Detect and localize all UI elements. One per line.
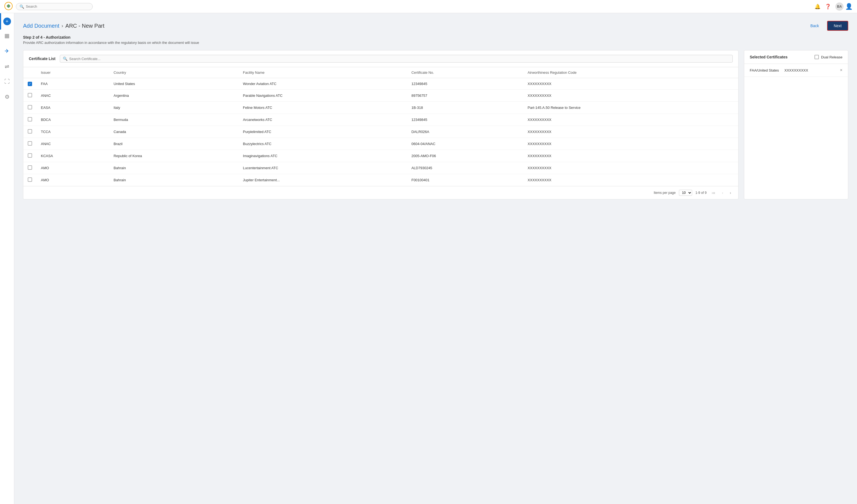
remove-selected-button[interactable]: × xyxy=(840,68,842,73)
dual-release-area: Dual Release xyxy=(814,55,842,59)
row-checkbox-cell xyxy=(23,102,36,114)
row-cert-no: 12349845 xyxy=(407,114,523,126)
row-checkbox-cell xyxy=(23,89,36,102)
row-country: Bermuda xyxy=(109,114,239,126)
sidebar-icon-dashboard[interactable]: ▦ xyxy=(3,31,11,40)
back-button[interactable]: Back xyxy=(805,21,824,31)
row-facility: Wonder Aviation ATC xyxy=(239,78,407,90)
dual-release-checkbox[interactable] xyxy=(814,55,819,59)
row-arc: XXXXXXXXXX xyxy=(523,114,738,126)
row-checkbox-cell xyxy=(23,138,36,150)
row-cert-no: 89756757 xyxy=(407,89,523,102)
certificate-search-icon: 🔍 xyxy=(63,56,67,61)
step-title: Step 2 of 4 - Authorization xyxy=(23,35,848,39)
row-issuer: ANAC xyxy=(36,138,109,150)
row-checkbox[interactable] xyxy=(28,141,32,145)
table-row: EASA Italy Feline Motors ATC 1B-318 Part… xyxy=(23,102,738,114)
account-icon[interactable]: 👤 xyxy=(845,3,853,10)
row-arc: Part-145.A.50 Release to Service xyxy=(523,102,738,114)
row-checkbox[interactable] xyxy=(28,153,32,158)
breadcrumb-separator: › xyxy=(62,23,63,29)
dual-release-label: Dual Release xyxy=(821,55,842,59)
next-button[interactable]: Next xyxy=(827,21,848,31)
row-issuer: ANAC xyxy=(36,89,109,102)
certificate-search-input[interactable] xyxy=(69,57,730,61)
sidebar-add-button[interactable]: + xyxy=(3,18,11,25)
row-country: Republic of Korea xyxy=(109,150,239,162)
row-issuer: TCCA xyxy=(36,126,109,138)
selected-certificates-title: Selected Certificates xyxy=(750,55,788,59)
pagination-next-button[interactable]: › xyxy=(728,190,733,195)
row-issuer: BDCA xyxy=(36,114,109,126)
table-row: ANAC Brazil Buzzylectrics ATC 0604-04/AN… xyxy=(23,138,738,150)
row-checkbox[interactable] xyxy=(28,129,32,134)
sidebar-icon-folder[interactable]: ⛶ xyxy=(3,77,12,86)
selected-certificates-panel: Selected Certificates Dual Release FAA/U… xyxy=(744,50,848,199)
main-content: Add Document › ARC - New Part Back Next … xyxy=(14,13,857,504)
search-icon: 🔍 xyxy=(19,4,24,9)
selected-item: FAA/United States XXXXXXXXXX × xyxy=(744,64,848,77)
row-arc: XXXXXXXXXX xyxy=(523,174,738,186)
row-country: Bahrain xyxy=(109,162,239,174)
selected-item-cert: XXXXXXXXXX xyxy=(784,68,840,72)
row-cert-no: ALD7930245 xyxy=(407,162,523,174)
col-cert-no: Certificate No. xyxy=(407,67,523,78)
pagination-range: 1-9 of 9 xyxy=(695,191,707,195)
row-checkbox[interactable] xyxy=(28,166,32,170)
breadcrumb: Add Document › ARC - New Part xyxy=(23,23,104,29)
selected-certificates-header: Selected Certificates Dual Release xyxy=(744,50,848,64)
sidebar-icon-flights[interactable]: ✈ xyxy=(3,46,11,56)
search-input[interactable] xyxy=(26,4,89,8)
table-row: BDCA Bermuda Arcanetworks ATC 12349845 X… xyxy=(23,114,738,126)
sidebar-icon-settings[interactable]: ⚙ xyxy=(3,92,11,102)
row-country: Argentina xyxy=(109,89,239,102)
table-row: KCASA Republic of Korea Imaginavigations… xyxy=(23,150,738,162)
help-button[interactable]: ❓ xyxy=(825,3,831,10)
pagination: Items per page 10 25 50 1-9 of 9 ⏮ ‹ › xyxy=(23,186,738,199)
search-bar[interactable]: 🔍 xyxy=(16,3,93,10)
items-per-page-select[interactable]: 10 25 50 xyxy=(679,190,692,196)
row-checkbox[interactable] xyxy=(28,93,32,97)
row-arc: XXXXXXXXXX xyxy=(523,126,738,138)
certificate-table: Issuer Country Facility Name Certificate… xyxy=(23,67,738,186)
certificate-search[interactable]: 🔍 xyxy=(60,55,733,63)
row-arc: XXXXXXXXXX xyxy=(523,162,738,174)
row-cert-no: 1B-318 xyxy=(407,102,523,114)
row-issuer: KCASA xyxy=(36,150,109,162)
topbar: 🔍 🔔 ❓ BA 👤 xyxy=(0,0,857,13)
row-checkbox[interactable]: ✓ xyxy=(28,82,32,86)
row-facility: Arcanetworks ATC xyxy=(239,114,407,126)
row-cert-no: DALR026A xyxy=(407,126,523,138)
sidebar: + ▦ ✈ ⇌ ⛶ ⚙ xyxy=(0,13,14,504)
row-checkbox-cell xyxy=(23,162,36,174)
pagination-first-button[interactable]: ⏮ xyxy=(710,190,717,195)
row-arc: XXXXXXXXXX xyxy=(523,78,738,90)
user-initials: BA xyxy=(835,2,843,11)
user-avatar-area: BA 👤 xyxy=(835,2,853,11)
table-header-row: Issuer Country Facility Name Certificate… xyxy=(23,67,738,78)
row-checkbox-cell xyxy=(23,126,36,138)
row-arc: XXXXXXXXXX xyxy=(523,138,738,150)
row-checkbox-cell xyxy=(23,150,36,162)
certificate-list-panel: Certificate List 🔍 Issuer Country Facili… xyxy=(23,50,739,199)
col-checkbox xyxy=(23,67,36,78)
row-checkbox[interactable] xyxy=(28,117,32,121)
sidebar-icon-routes[interactable]: ⇌ xyxy=(3,62,11,71)
row-arc: XXXXXXXXXX xyxy=(523,150,738,162)
row-country: Bahrain xyxy=(109,174,239,186)
row-facility: Feline Motors ATC xyxy=(239,102,407,114)
row-facility: Lucentertainment ATC xyxy=(239,162,407,174)
row-checkbox[interactable] xyxy=(28,105,32,109)
row-country: Brazil xyxy=(109,138,239,150)
breadcrumb-link[interactable]: Add Document xyxy=(23,23,59,29)
row-facility: Parable Navigations ATC xyxy=(239,89,407,102)
row-checkbox[interactable] xyxy=(28,177,32,182)
row-facility: Imaginavigations ATC xyxy=(239,150,407,162)
row-arc: XXXXXXXXXX xyxy=(523,89,738,102)
col-issuer: Issuer xyxy=(36,67,109,78)
page-header: Add Document › ARC - New Part Back Next xyxy=(23,21,848,31)
table-row: ✓ FAA United States Wonder Aviation ATC … xyxy=(23,78,738,90)
notification-button[interactable]: 🔔 xyxy=(814,3,821,10)
pagination-prev-button[interactable]: ‹ xyxy=(720,190,725,195)
row-cert-no: 12349845 xyxy=(407,78,523,90)
